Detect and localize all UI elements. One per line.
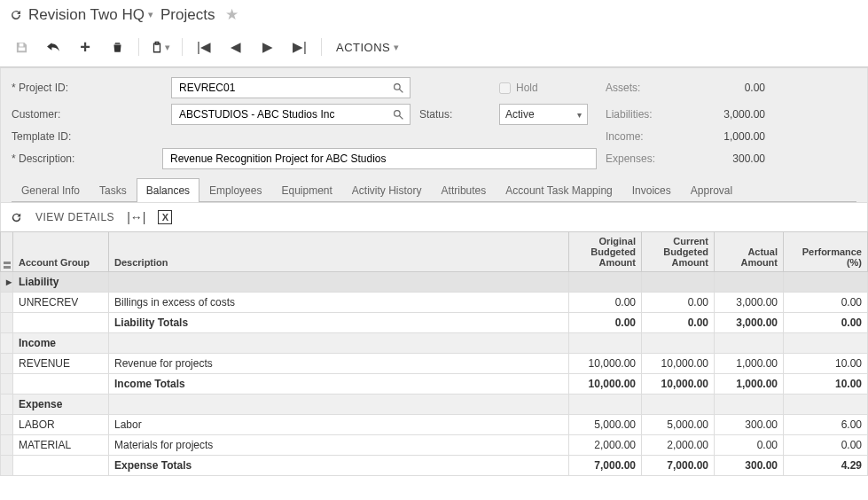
star-icon[interactable]: ★ [225, 5, 239, 24]
project-id-input[interactable] [171, 77, 411, 98]
customer-field[interactable] [177, 107, 404, 121]
row-pointer[interactable] [1, 313, 13, 333]
table-row[interactable]: Liability Totals0.000.003,000.000.00 [1, 313, 868, 333]
clipboard-button[interactable]: ▾ [145, 35, 176, 59]
table-row[interactable]: Income [1, 333, 868, 354]
nav-first-button[interactable]: |◀ [188, 35, 220, 59]
col-description[interactable]: Description [109, 232, 569, 272]
add-button[interactable]: + [69, 35, 101, 59]
toolbar-separator [182, 38, 183, 56]
fit-columns-icon[interactable]: |↔| [127, 210, 145, 224]
status-select[interactable]: Active ▾ [499, 104, 588, 125]
cell-perf: 10.00 [784, 374, 868, 395]
assets-label: Assets: [606, 82, 659, 94]
tab-activity-history[interactable]: Activity History [342, 178, 432, 202]
cell-curr: 2,000.00 [642, 435, 715, 456]
cell-curr [642, 272, 715, 293]
table-row[interactable]: REVENUERevenue for projects10,000.0010,0… [1, 354, 868, 374]
row-pointer[interactable] [1, 395, 13, 415]
expenses-value: 300.00 [668, 152, 765, 165]
cell-curr [642, 395, 715, 415]
cell-orig: 2,000.00 [569, 435, 642, 456]
project-id-field[interactable] [177, 81, 404, 95]
cell-orig: 0.00 [569, 293, 642, 313]
cell-desc: Expense Totals [109, 456, 569, 476]
table-row[interactable]: ▸Liability [1, 272, 868, 293]
table-row[interactable]: MATERIALMaterials for projects2,000.002,… [1, 435, 868, 456]
tab-balances[interactable]: Balances [137, 178, 199, 202]
col-account-group[interactable]: Account Group [13, 232, 109, 272]
tab-approval[interactable]: Approval [681, 178, 742, 202]
nav-last-button[interactable]: ▶| [284, 35, 316, 59]
cell-actual: 3,000.00 [715, 293, 784, 313]
cell-perf: 0.00 [784, 293, 868, 313]
tab-attributes[interactable]: Attributes [432, 178, 497, 202]
cell-desc: Liability Totals [109, 313, 569, 333]
refresh-icon[interactable] [9, 8, 23, 22]
cell-actual [715, 333, 784, 354]
table-row[interactable]: Income Totals10,000.0010,000.001,000.001… [1, 374, 868, 395]
cell-actual: 300.00 [715, 456, 784, 476]
row-pointer[interactable] [1, 435, 13, 456]
nav-next-button[interactable]: ▶ [252, 35, 284, 59]
row-pointer[interactable] [1, 333, 13, 354]
col-actual[interactable]: Actual Amount [715, 232, 784, 272]
breadcrumb-company[interactable]: Revision Two HQ ▾ [28, 6, 153, 24]
cell-orig: 7,000.00 [569, 456, 642, 476]
cell-orig [569, 272, 642, 293]
cell-account: Liability [13, 272, 109, 293]
tab-equipment[interactable]: Equipment [271, 178, 341, 202]
view-details-button[interactable]: VIEW DETAILS [35, 211, 114, 223]
undo-button[interactable] [37, 35, 69, 59]
tab-tasks[interactable]: Tasks [90, 178, 137, 202]
cell-actual: 3,000.00 [715, 313, 784, 333]
chevron-down-icon: ▾ [577, 110, 582, 120]
actions-menu-button[interactable]: ACTIONS ▾ [327, 41, 409, 54]
tab-account-task-mapping[interactable]: Account Task Mapping [496, 178, 622, 202]
balances-grid: Account Group Description Original Budge… [0, 231, 868, 476]
tab-invoices[interactable]: Invoices [622, 178, 681, 202]
table-row[interactable]: Expense [1, 395, 868, 415]
col-performance[interactable]: Performance (%) [784, 232, 868, 272]
nav-prev-button[interactable]: ◀ [220, 35, 252, 59]
delete-button[interactable] [101, 35, 133, 59]
customer-input[interactable] [171, 104, 411, 125]
export-excel-icon[interactable]: X [158, 210, 172, 224]
table-row[interactable]: LABORLabor5,000.005,000.00300.006.00 [1, 415, 868, 435]
row-selector-header[interactable] [1, 232, 13, 272]
cell-actual: 0.00 [715, 435, 784, 456]
col-current[interactable]: Current Budgeted Amount [642, 232, 715, 272]
cell-orig: 10,000.00 [569, 374, 642, 395]
tab-employees[interactable]: Employees [199, 178, 271, 202]
col-original[interactable]: Original Budgeted Amount [569, 232, 642, 272]
cell-orig: 10,000.00 [569, 354, 642, 374]
breadcrumb: Revision Two HQ ▾ Projects ★ [28, 5, 239, 24]
cell-perf: 0.00 [784, 313, 868, 333]
cell-orig [569, 395, 642, 415]
description-input[interactable] [162, 148, 597, 169]
cell-account: UNRECREV [13, 293, 109, 313]
row-pointer[interactable] [1, 374, 13, 395]
row-pointer[interactable] [1, 354, 13, 374]
cell-perf [784, 272, 868, 293]
row-pointer[interactable] [1, 456, 13, 476]
lookup-icon[interactable] [393, 109, 404, 121]
cell-desc [109, 333, 569, 354]
table-row[interactable]: UNRECREVBillings in excess of costs0.000… [1, 293, 868, 313]
grid-refresh-icon[interactable] [10, 211, 23, 224]
chevron-down-icon: ▾ [165, 42, 170, 53]
cell-account [13, 313, 109, 333]
row-pointer[interactable] [1, 293, 13, 313]
income-value: 1,000.00 [668, 130, 765, 143]
cell-curr: 7,000.00 [642, 456, 715, 476]
hold-checkbox-cell[interactable]: Hold [499, 82, 597, 94]
lookup-icon[interactable] [393, 82, 404, 94]
tab-general-info[interactable]: General Info [12, 178, 90, 202]
cell-desc [109, 395, 569, 415]
assets-value: 0.00 [668, 82, 765, 94]
description-field[interactable] [168, 152, 590, 166]
cell-desc [109, 272, 569, 293]
row-pointer[interactable]: ▸ [1, 272, 13, 293]
table-row[interactable]: Expense Totals7,000.007,000.00300.004.29 [1, 456, 868, 476]
row-pointer[interactable] [1, 415, 13, 435]
